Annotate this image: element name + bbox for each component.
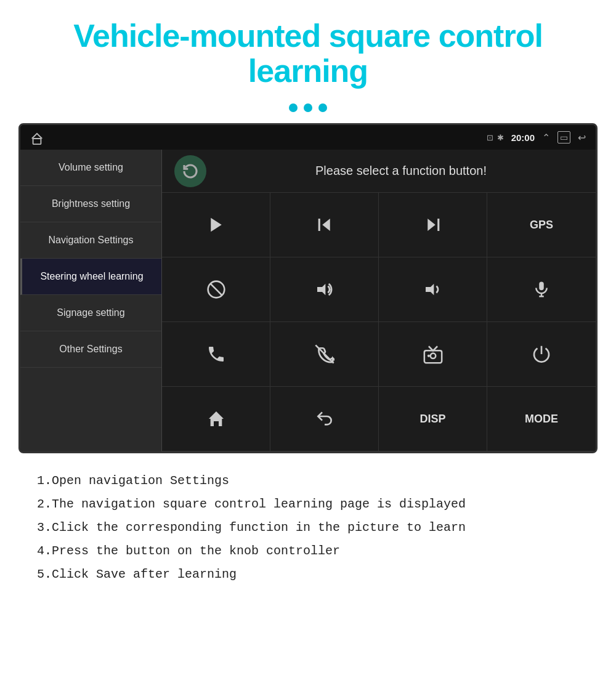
sidebar-item-navigation[interactable]: Navigation Settings (20, 222, 161, 259)
sidebar-item-signage[interactable]: Signage setting (20, 295, 161, 331)
svg-point-16 (430, 354, 436, 359)
btn-vol-down[interactable] (379, 257, 487, 322)
instruction-2: 2.The navigation square control learning… (37, 495, 585, 514)
svg-marker-8 (317, 284, 325, 296)
svg-marker-10 (426, 284, 434, 296)
dot-3 (318, 103, 327, 112)
expand-icon: ⌃ (542, 132, 550, 143)
btn-mic[interactable] (487, 257, 596, 322)
disp-label: DISP (419, 413, 445, 426)
sidebar-item-other[interactable]: Other Settings (20, 331, 161, 368)
sidebar: Volume setting Brightness setting Naviga… (20, 150, 162, 451)
mute-icon (206, 280, 226, 299)
status-bar-left (30, 132, 44, 143)
power-icon (532, 344, 551, 364)
image-icon: ⊡ (487, 133, 493, 142)
dots-indicator (289, 103, 327, 112)
btn-play[interactable] (162, 193, 270, 257)
btn-vol-up[interactable] (270, 257, 379, 322)
status-icons: ⊡ ✱ (487, 133, 504, 142)
main-panel: Please select a function button! (162, 150, 596, 451)
dot-1 (289, 103, 298, 112)
btn-skip-forward[interactable] (379, 193, 487, 257)
dot-2 (304, 103, 312, 112)
refresh-button[interactable] (174, 155, 206, 187)
instruction-1: 1.Open navigation Settings (37, 472, 585, 490)
time-display: 20:00 (511, 132, 535, 143)
instruction-5: 5.Click Save after learning (37, 565, 585, 584)
home-icon (30, 132, 44, 143)
page-container: Vehicle-mounted square control learning (0, 0, 616, 675)
device-screen: ⊡ ✱ 20:00 ⌃ ▭ ↩ Volume setting Bright (18, 123, 598, 453)
sidebar-item-brightness[interactable]: Brightness setting (20, 186, 161, 222)
refresh-icon (181, 162, 200, 180)
sidebar-item-volume[interactable]: Volume setting (20, 150, 161, 186)
btn-mode[interactable]: MODE (487, 387, 596, 451)
btn-back-curve[interactable] (270, 387, 379, 451)
screen-content: Volume setting Brightness setting Naviga… (20, 150, 596, 451)
title-section: Vehicle-mounted square control learning (0, 0, 616, 95)
function-grid: GPS (162, 193, 596, 451)
back-curve-icon (315, 409, 334, 429)
btn-gps[interactable]: GPS (487, 193, 596, 257)
svg-rect-11 (539, 282, 544, 291)
btn-disp[interactable]: DISP (379, 387, 487, 451)
bluetooth-icon: ✱ (497, 133, 504, 142)
status-bar: ⊡ ✱ 20:00 ⌃ ▭ ↩ (20, 125, 596, 150)
btn-radio[interactable] (379, 322, 487, 387)
skip-back-icon (315, 216, 334, 234)
sidebar-item-steering[interactable]: Steering wheel learning (20, 259, 161, 295)
instruction-3: 3.Click the corresponding function in th… (37, 519, 585, 537)
skip-forward-icon (424, 216, 442, 234)
svg-marker-4 (428, 219, 436, 231)
panel-prompt: Please select a function button! (219, 164, 583, 178)
instruction-4: 4.Press the button on the knob controlle… (37, 542, 585, 560)
phone-icon (206, 344, 226, 364)
radio-icon (423, 344, 444, 365)
btn-home[interactable] (162, 387, 270, 451)
play-icon (207, 216, 225, 234)
instructions-section: 1.Open navigation Settings 2.The navigat… (18, 453, 598, 601)
svg-marker-1 (211, 218, 222, 232)
btn-mute[interactable] (162, 257, 270, 322)
btn-skip-back[interactable] (270, 193, 379, 257)
home-func-icon (206, 409, 226, 429)
window-icon: ▭ (557, 131, 570, 143)
page-title: Vehicle-mounted square control learning (25, 18, 591, 89)
volume-down-icon (423, 280, 443, 299)
panel-header: Please select a function button! (162, 150, 596, 193)
mic-icon (532, 280, 551, 299)
svg-rect-0 (33, 139, 41, 144)
btn-power[interactable] (487, 322, 596, 387)
status-bar-right: ⊡ ✱ 20:00 ⌃ ▭ ↩ (487, 131, 586, 143)
back-nav-icon: ↩ (578, 132, 586, 143)
svg-line-7 (210, 284, 222, 296)
svg-marker-2 (322, 219, 330, 231)
btn-phone[interactable] (162, 322, 270, 387)
gps-label: GPS (530, 219, 553, 232)
btn-hook[interactable] (270, 322, 379, 387)
mode-label: MODE (525, 413, 558, 426)
hook-icon (315, 344, 334, 364)
volume-up-icon (315, 280, 334, 299)
